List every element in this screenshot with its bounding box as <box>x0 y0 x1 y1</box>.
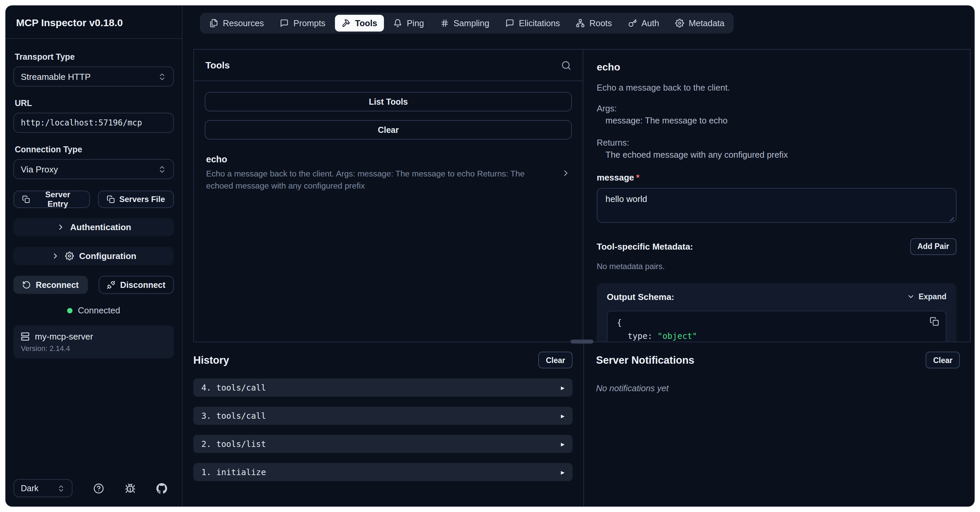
clear-history-button[interactable]: Clear <box>538 351 573 368</box>
tools-panel: Tools List Tools Clear echo Echo a messa… <box>194 50 583 342</box>
add-pair-button[interactable]: Add Pair <box>910 238 956 254</box>
tab-metadata[interactable]: Metadata <box>668 15 731 32</box>
authentication-label: Authentication <box>70 222 131 232</box>
status-label: Connected <box>78 305 120 315</box>
schema-code-block: { type: "object" <box>607 310 947 342</box>
tab-label: Tools <box>355 18 377 28</box>
code-line-1: { <box>617 318 936 327</box>
tools-panel-header: Tools <box>194 50 582 81</box>
reconnect-button[interactable]: Reconnect <box>13 276 88 294</box>
sampling-icon <box>440 19 449 27</box>
metadata-empty-text: No metadata pairs. <box>597 261 956 271</box>
export-buttons-row: Server Entry Servers File <box>13 191 174 208</box>
notifications-title: Server Notifications <box>596 354 694 366</box>
tab-label: Resources <box>223 18 264 28</box>
connection-type-select[interactable]: Via Proxy <box>13 159 174 179</box>
clear-tools-button[interactable]: Clear <box>205 120 572 140</box>
transport-type-select[interactable]: Streamable HTTP <box>13 67 174 87</box>
help-icon[interactable] <box>93 483 104 493</box>
servers-file-button[interactable]: Servers File <box>98 191 174 208</box>
history-header: History Clear <box>193 351 573 368</box>
metadata-label: Tool-specific Metadata: <box>597 241 693 251</box>
tool-list-item-echo[interactable]: echo Echo a message back to the client. … <box>205 153 572 194</box>
output-schema-card: Output Schema: Expand { type: "object" <box>597 283 956 342</box>
refresh-icon <box>22 280 31 289</box>
tab-tools[interactable]: Tools <box>335 15 384 32</box>
args-label: Args: <box>597 103 956 115</box>
history-item[interactable]: 3. tools/call ▶ <box>193 407 573 425</box>
main-area: Resources Prompts Tools Ping Sampling El… <box>183 5 975 507</box>
panel-resize-handle[interactable] <box>571 340 593 343</box>
bottom-panels: History Clear 4. tools/call ▶ 3. tools/c… <box>183 342 975 507</box>
unplug-icon <box>107 280 115 289</box>
expand-schema-button[interactable]: Expand <box>907 293 947 301</box>
tab-label: Sampling <box>453 18 489 28</box>
top-panels: Tools List Tools Clear echo Echo a messa… <box>193 49 970 342</box>
theme-select[interactable]: Dark <box>13 479 73 497</box>
list-tools-button[interactable]: List Tools <box>205 92 572 111</box>
authentication-toggle[interactable]: Authentication <box>13 218 174 236</box>
message-field-wrap: hello world <box>597 188 956 225</box>
app-title: MCP Inspector v0.18.0 <box>5 5 182 39</box>
chevron-right-icon <box>51 252 60 260</box>
connection-actions-row: Reconnect Disconnect <box>13 276 174 294</box>
connection-status: Connected <box>13 305 174 315</box>
metadata-icon <box>675 19 684 27</box>
clear-notifications-button[interactable]: Clear <box>926 351 960 368</box>
bug-icon[interactable] <box>125 483 135 493</box>
history-item-label: 3. tools/call <box>201 411 266 420</box>
tab-resources[interactable]: Resources <box>203 15 270 32</box>
tools-icon <box>342 19 350 27</box>
server-card: my-mcp-server Version: 2.14.4 <box>13 326 174 358</box>
connection-type-label: Connection Type <box>15 145 172 154</box>
resources-icon <box>209 19 218 27</box>
configuration-toggle[interactable]: Configuration <box>13 247 174 265</box>
play-icon: ▶ <box>561 384 565 391</box>
code-value: "object" <box>657 331 697 340</box>
expand-label: Expand <box>919 293 947 301</box>
message-field[interactable]: hello world <box>597 188 956 223</box>
tool-args-block: Args: message: The message to echo <box>597 103 956 127</box>
tool-detail-description: Echo a message back to the client. <box>597 83 956 92</box>
tool-detail-panel: echo Echo a message back to the client. … <box>583 50 970 342</box>
history-item[interactable]: 4. tools/call ▶ <box>193 378 573 397</box>
code-line-2: type: "object" <box>617 331 936 340</box>
server-entry-button[interactable]: Server Entry <box>13 191 90 208</box>
tab-auth[interactable]: Auth <box>621 15 666 32</box>
history-item-label: 4. tools/call <box>201 383 266 392</box>
tab-label: Ping <box>407 18 424 28</box>
tab-elicitations[interactable]: Elicitations <box>499 15 566 32</box>
notifications-empty-text: No notifications yet <box>596 383 960 393</box>
tab-prompts[interactable]: Prompts <box>273 15 332 32</box>
history-panel: History Clear 4. tools/call ▶ 3. tools/c… <box>193 342 583 507</box>
metadata-row: Tool-specific Metadata: Add Pair <box>597 238 956 254</box>
returns-text: The echoed message with any configured p… <box>597 149 956 161</box>
tool-detail-title: echo <box>597 61 956 73</box>
url-input[interactable] <box>13 113 174 133</box>
field-name: message <box>597 172 634 182</box>
github-icon[interactable] <box>156 483 167 493</box>
chevrons-up-down-icon <box>158 165 167 173</box>
output-schema-title: Output Schema: <box>607 291 674 302</box>
ping-icon <box>393 19 402 27</box>
tools-panel-title: Tools <box>205 60 230 70</box>
stage: MCP Inspector v0.18.0 Transport Type Str… <box>0 0 980 512</box>
tab-sampling[interactable]: Sampling <box>433 15 496 32</box>
copy-icon <box>22 195 30 204</box>
chevron-right-icon <box>56 223 65 232</box>
returns-label: Returns: <box>597 137 956 149</box>
search-toggle-button[interactable] <box>561 60 571 70</box>
tab-ping[interactable]: Ping <box>387 15 431 32</box>
play-icon: ▶ <box>561 440 565 447</box>
copy-schema-button[interactable] <box>930 316 939 326</box>
disconnect-button[interactable]: Disconnect <box>98 276 174 294</box>
reconnect-label: Reconnect <box>36 280 79 289</box>
tab-roots[interactable]: Roots <box>569 15 619 32</box>
tab-label: Elicitations <box>519 18 560 28</box>
history-item[interactable]: 2. tools/list ▶ <box>193 435 573 453</box>
history-title: History <box>193 354 229 366</box>
chevron-right-icon <box>561 169 571 178</box>
play-icon: ▶ <box>561 469 565 475</box>
chevrons-up-down-icon <box>57 484 65 492</box>
history-item[interactable]: 1. initialize ▶ <box>193 463 573 481</box>
